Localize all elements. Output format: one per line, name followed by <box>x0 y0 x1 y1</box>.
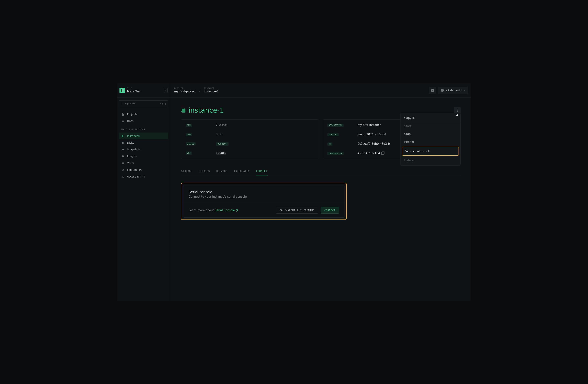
page-title: instance-1 <box>189 106 224 114</box>
sidebar-item-projects[interactable]: ▙ Projects <box>119 111 168 118</box>
sidebar-item-floating-ips[interactable]: ⊕ Floating IPs <box>119 166 168 173</box>
serial-console-subtitle: Connect to your instance's serial consol… <box>189 195 339 198</box>
user-menu-button[interactable]: elijah.hardin <box>438 87 468 94</box>
status-badge: RUNNING <box>216 142 229 146</box>
logo-icon <box>120 88 125 93</box>
more-vertical-icon <box>457 109 458 112</box>
snapshots-icon: ❖ <box>121 148 124 151</box>
caret-down-icon <box>464 90 465 91</box>
disks-icon: ▣ <box>121 141 124 144</box>
sidebar-item-snapshots[interactable]: ❖ Snapshots <box>119 146 168 153</box>
silo-switcher[interactable]: SILO Maze War <box>117 83 170 97</box>
learn-more-text: Learn more about Serial Console <box>189 209 238 212</box>
sidebar-section-label: MY-FIRST-PROJECT <box>119 124 168 133</box>
id-label: ID <box>327 142 333 146</box>
cli-command-button[interactable]: EQUIVALENT CLI COMMAND <box>276 207 318 214</box>
sidebar-item-docs[interactable]: ▤ Docs <box>119 118 168 124</box>
info-button[interactable]: i <box>429 87 436 94</box>
external-ip-label: EXTERNAL IP <box>327 152 344 155</box>
breadcrumb-project[interactable]: PROJECT my-first-project <box>174 87 196 93</box>
app-window: SILO Maze War PROJECT my-first-project /… <box>117 83 471 301</box>
ram-label: RAM <box>186 133 192 136</box>
cpu-value: 2 vCPUs <box>216 123 228 127</box>
cpu-label: CPU <box>186 124 192 127</box>
tab-storage[interactable]: STORAGE <box>181 167 193 175</box>
connect-button[interactable]: CONNECT <box>321 207 339 214</box>
sidebar-item-access[interactable]: ◎ Access & IAM <box>119 173 168 180</box>
sidebar-item-vpcs[interactable]: ▦ VPCs <box>119 160 168 166</box>
external-ip-link[interactable]: 45.154.216.104 <box>357 152 380 155</box>
tabs: STORAGE METRICS NETWORK INTERFACES CONNE… <box>181 167 461 175</box>
menu-delete: Delete <box>400 156 461 164</box>
doc-icon: ▤ <box>121 119 124 123</box>
serial-console-highlight: Serial console Connect to your instance'… <box>181 183 347 220</box>
actions-dropdown: Copy ID Start Stop Reboot View serial co… <box>400 113 461 166</box>
menu-stop[interactable]: Stop <box>400 130 461 138</box>
external-link-icon <box>236 209 238 211</box>
tab-connect[interactable]: CONNECT <box>256 167 268 175</box>
sidebar-item-instances[interactable]: ◧ Instances <box>119 133 168 139</box>
status-label: STATUS <box>186 142 196 146</box>
serial-console-title: Serial console <box>189 190 339 194</box>
topbar: SILO Maze War PROJECT my-first-project /… <box>117 83 471 98</box>
sidebar: ✦ JUMP TO CMD+K ▙ Projects ▤ Docs MY-FIR… <box>117 98 170 301</box>
detail-card-left: CPU 2 vCPUs RAM 8 GiB STATUS RUNNING VPC… <box>181 119 319 159</box>
id-value: 0c2c0af0-3db0-48d3-b <box>357 142 390 146</box>
serial-console-doc-link[interactable]: Serial Console <box>215 209 235 212</box>
ram-value: 8 GiB <box>216 133 223 136</box>
menu-start: Start <box>400 122 461 130</box>
description-value: my first instance <box>357 123 381 127</box>
globe-icon: ⊕ <box>121 168 124 171</box>
silo-name: Maze War <box>127 90 162 93</box>
created-label: CREATED <box>327 133 339 136</box>
vpc-link[interactable]: default <box>216 151 226 154</box>
user-name: elijah.hardin <box>446 89 462 92</box>
menu-reboot[interactable]: Reboot <box>400 138 461 146</box>
description-label: DESCRIPTION <box>327 124 344 127</box>
menu-copy-id[interactable]: Copy ID <box>400 114 461 122</box>
sidebar-item-disks[interactable]: ▣ Disks <box>119 139 168 146</box>
menu-view-serial-console[interactable]: View serial console <box>402 147 459 156</box>
serial-console-panel: Serial console Connect to your instance'… <box>183 185 344 218</box>
breadcrumb-separator: / <box>199 88 200 92</box>
copy-icon[interactable] <box>381 152 384 154</box>
breadcrumb-instance[interactable]: INSTANCE instance-1 <box>204 87 219 93</box>
vpcs-icon: ▦ <box>121 161 124 165</box>
main-content: instance-1 CPU 2 vCPUs RAM 8 GiB <box>170 98 471 301</box>
bolt-icon: ✦ <box>121 103 123 105</box>
tab-metrics[interactable]: METRICS <box>198 167 210 175</box>
keyboard-shortcut: CMD+K <box>160 103 166 105</box>
silo-label: SILO <box>127 87 162 89</box>
tab-network[interactable]: NETWORK <box>216 167 228 175</box>
instance-icon <box>181 108 186 113</box>
user-icon <box>441 89 444 92</box>
vpc-label: VPC <box>186 152 192 155</box>
cursor-icon: ◄ <box>455 113 458 117</box>
access-icon: ◎ <box>121 175 124 178</box>
info-icon: i <box>431 89 434 92</box>
sidebar-item-images[interactable]: ⬢ Images <box>119 153 168 160</box>
jump-to-button[interactable]: ✦ JUMP TO CMD+K <box>119 100 168 108</box>
images-icon: ⬢ <box>121 155 124 158</box>
updown-icon <box>164 88 168 93</box>
instances-icon: ◧ <box>121 134 124 137</box>
created-value: Jan 5, 2024 7:15 PM <box>357 133 386 136</box>
breadcrumb: PROJECT my-first-project / INSTANCE inst… <box>170 87 429 93</box>
tab-interfaces[interactable]: INTERFACES <box>233 167 250 175</box>
folder-icon: ▙ <box>121 113 124 116</box>
